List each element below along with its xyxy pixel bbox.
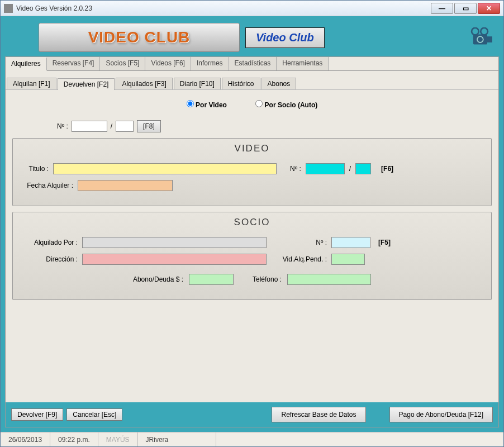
tab-informes[interactable]: Informes bbox=[191, 57, 229, 70]
banner-row: VIDEO CLUB Video Club bbox=[5, 21, 499, 56]
tab-alquileres[interactable]: Alquileres bbox=[6, 58, 47, 71]
titulo-label: Titulo : bbox=[22, 165, 49, 173]
telefono-input[interactable] bbox=[287, 274, 371, 285]
camera-icon bbox=[470, 27, 495, 47]
svg-rect-4 bbox=[487, 36, 492, 42]
socio-panel: SOCIO Alquilado Por : Nº : [F5] Direcció… bbox=[12, 212, 492, 300]
svg-point-1 bbox=[472, 28, 479, 35]
app-window: Video Ges Versión 2.0.23 — ▭ ✕ VIDEO CLU… bbox=[0, 0, 504, 447]
radio-por-socio-input[interactable] bbox=[255, 100, 263, 107]
video-n-label: Nº : bbox=[290, 165, 301, 173]
video-panel-title: VIDEO bbox=[22, 143, 482, 154]
radio-por-socio[interactable]: Por Socio (Auto) bbox=[255, 101, 317, 109]
video-n-sep: / bbox=[349, 165, 351, 173]
subtab-alquilan[interactable]: Alquilan [F1] bbox=[7, 78, 56, 89]
radio-por-video[interactable]: Por Video bbox=[187, 101, 227, 109]
titulo-input[interactable] bbox=[53, 163, 277, 174]
pago-button[interactable]: Pago de Abono/Deuda [F12] bbox=[389, 407, 493, 422]
video-n-input-1[interactable] bbox=[306, 163, 345, 174]
pend-input[interactable] bbox=[331, 254, 365, 265]
direccion-input[interactable] bbox=[82, 254, 267, 265]
main-tabs: Alquileres Reservas [F4] Socios [F5] Vid… bbox=[6, 57, 498, 71]
pend-label: Vid.Alq.Pend. : bbox=[271, 255, 327, 263]
abono-label: Abono/Deuda $ : bbox=[133, 275, 183, 283]
banner-text: VIDEO CLUB bbox=[88, 28, 191, 46]
radio-row: Por Video Por Socio (Auto) bbox=[12, 96, 492, 115]
banner: VIDEO CLUB bbox=[39, 23, 240, 52]
main-panel: Alquileres Reservas [F4] Socios [F5] Vid… bbox=[5, 56, 499, 427]
fecha-label: Fecha Alquiler : bbox=[22, 182, 73, 189]
status-date: 26/06/2013 bbox=[1, 432, 50, 446]
action-bar: Devolver [F9] Cancelar [Esc] Refrescar B… bbox=[6, 402, 498, 427]
devolver-button[interactable]: Devolver [F9] bbox=[11, 408, 63, 421]
fecha-input[interactable] bbox=[78, 180, 173, 191]
titlebar: Video Ges Versión 2.0.23 — ▭ ✕ bbox=[1, 1, 503, 16]
cancelar-button[interactable]: Cancelar [Esc] bbox=[66, 408, 122, 421]
subtab-abonos[interactable]: Abonos bbox=[261, 78, 297, 89]
status-caps: MAYÚS bbox=[98, 432, 138, 446]
tab-videos[interactable]: Videos [F6] bbox=[145, 57, 191, 70]
tab-herramientas[interactable]: Herramientas bbox=[277, 57, 329, 70]
status-time: 09:22 p.m. bbox=[50, 432, 98, 446]
brand-tag: Video Club bbox=[245, 27, 325, 48]
subtab-historico[interactable]: Histórico bbox=[222, 78, 260, 89]
direccion-label: Dirección : bbox=[22, 255, 78, 263]
subtab-diario[interactable]: Diario [F10] bbox=[174, 78, 221, 89]
tab-reservas[interactable]: Reservas [F4] bbox=[47, 57, 101, 70]
socio-n-input[interactable] bbox=[331, 237, 370, 248]
f6-button[interactable]: [F6] bbox=[375, 163, 399, 174]
subtab-devuelven[interactable]: Devuelven [F2] bbox=[58, 78, 115, 90]
tab-socios[interactable]: Socios [F5] bbox=[100, 57, 145, 70]
maximize-button[interactable]: ▭ bbox=[454, 3, 477, 14]
socio-n-label: Nº : bbox=[282, 239, 327, 246]
status-empty bbox=[216, 432, 503, 446]
svg-point-2 bbox=[481, 28, 488, 35]
app-body: VIDEO CLUB Video Club Alquileres Reserva… bbox=[1, 16, 503, 432]
numero-sep: / bbox=[111, 122, 112, 130]
subtab-alquilados[interactable]: Alquilados [F3] bbox=[116, 78, 172, 89]
refrescar-button[interactable]: Refrescar Base de Datos bbox=[272, 407, 365, 422]
window-controls: — ▭ ✕ bbox=[431, 3, 500, 14]
numero-label: Nº : bbox=[57, 122, 68, 130]
status-user: JRivera bbox=[138, 432, 216, 446]
radio-por-socio-label: Por Socio (Auto) bbox=[265, 101, 318, 109]
video-n-input-2[interactable] bbox=[355, 163, 371, 174]
sub-tabs: Alquilan [F1] Devuelven [F2] Alquilados … bbox=[6, 71, 498, 90]
svg-point-3 bbox=[477, 36, 483, 42]
alquilado-input[interactable] bbox=[82, 237, 267, 248]
window-title: Video Ges Versión 2.0.23 bbox=[16, 4, 431, 12]
abono-input[interactable] bbox=[189, 274, 234, 285]
radio-por-video-label: Por Video bbox=[196, 101, 227, 109]
radio-por-video-input[interactable] bbox=[187, 100, 194, 107]
tab-estadisticas[interactable]: Estadísticas bbox=[229, 57, 277, 70]
app-icon bbox=[4, 4, 13, 13]
minimize-button[interactable]: — bbox=[431, 3, 453, 14]
numero-input-1[interactable] bbox=[72, 121, 107, 132]
numero-input-2[interactable] bbox=[116, 121, 134, 132]
video-panel: VIDEO Titulo : Nº : / [F6] Fecha Alquile… bbox=[12, 138, 492, 206]
statusbar: 26/06/2013 09:22 p.m. MAYÚS JRivera bbox=[1, 432, 503, 446]
content-area: Por Video Por Socio (Auto) Nº : / [F8] V… bbox=[6, 90, 498, 402]
f8-button[interactable]: [F8] bbox=[137, 120, 161, 132]
f5-button[interactable]: [F5] bbox=[378, 239, 391, 246]
telefono-label: Teléfono : bbox=[253, 275, 282, 283]
close-button[interactable]: ✕ bbox=[478, 3, 500, 14]
socio-panel-title: SOCIO bbox=[22, 217, 482, 228]
numero-row: Nº : / [F8] bbox=[12, 120, 492, 132]
alquilado-label: Alquilado Por : bbox=[22, 239, 78, 246]
